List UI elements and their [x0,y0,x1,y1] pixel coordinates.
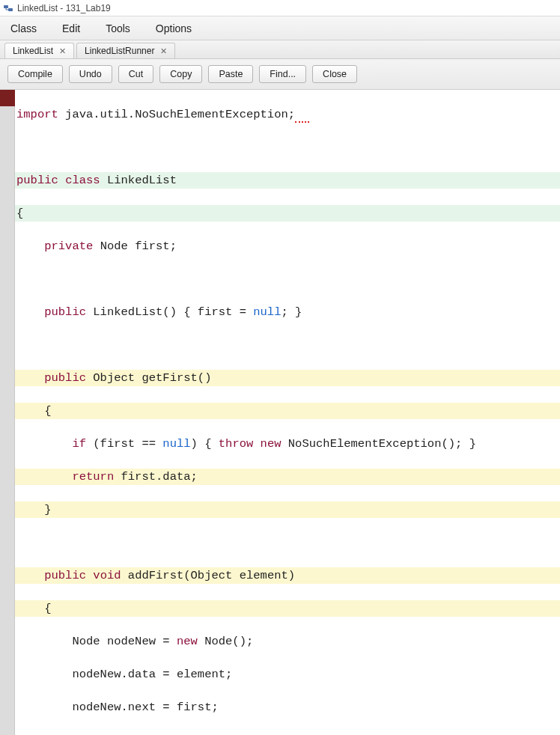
compile-button[interactable]: Compile [7,65,63,83]
svg-rect-0 [4,5,8,8]
code-line: { [15,600,560,617]
app-icon [3,3,13,13]
close-icon[interactable]: ✕ [58,46,67,56]
code-line: public LinkedList() { first = null; } [15,304,560,320]
close-button[interactable]: Close [312,65,357,83]
menu-class[interactable]: Class [10,22,37,34]
code-line [15,271,560,287]
code-line [15,534,560,551]
title-bar: LinkedList - 131_Lab19 [0,0,560,16]
window-title: LinkedList - 131_Lab19 [17,3,111,13]
toolbar: Compile Undo Cut Copy Paste Find... Clos… [0,59,560,90]
code-line: return first.data; [15,469,560,485]
code-line: import java.util.NoSuchElementException; [15,106,560,123]
menu-edit[interactable]: Edit [62,22,80,34]
find-button[interactable]: Find... [259,65,306,83]
code-line: if (first == null) { throw new NoSuchEle… [15,436,560,452]
code-line: nodeNew.data = element; [15,666,560,683]
tab-label: LinkedList [13,46,53,56]
code-line: private Node first; [15,238,560,254]
code-line: public Object getFirst() [15,370,560,386]
undo-button[interactable]: Undo [69,65,112,83]
menu-tools[interactable]: Tools [106,22,130,34]
tab-label: LinkedListRunner [85,46,154,56]
code-line [15,337,560,353]
cut-button[interactable]: Cut [118,65,153,83]
code-line: { [15,403,560,419]
breakpoint-marker[interactable] [0,90,15,106]
tab-linkedlistrunner[interactable]: LinkedListRunner ✕ [76,43,175,58]
copy-button[interactable]: Copy [159,65,202,83]
code-line: { [15,205,560,222]
editor-gutter [0,90,15,735]
editor-tabs: LinkedList ✕ LinkedListRunner ✕ [0,40,560,59]
editor: import java.util.NoSuchElementException;… [0,90,560,735]
paste-button[interactable]: Paste [208,65,253,83]
code-line: Node nodeNew = new Node(); [15,633,560,650]
code-area[interactable]: import java.util.NoSuchElementException;… [15,90,560,735]
menu-options[interactable]: Options [156,22,192,34]
close-icon[interactable]: ✕ [159,46,168,56]
svg-rect-1 [8,8,13,11]
code-line: public class LinkedList [15,172,560,189]
code-line [15,139,560,156]
code-line: } [15,501,560,518]
code-line: nodeNew.next = first; [15,699,560,716]
code-line: first = nodeNew; [15,732,560,735]
tab-linkedlist[interactable]: LinkedList ✕ [4,43,74,58]
code-line: public void addFirst(Object element) [15,567,560,584]
menu-bar: Class Edit Tools Options [0,16,560,40]
